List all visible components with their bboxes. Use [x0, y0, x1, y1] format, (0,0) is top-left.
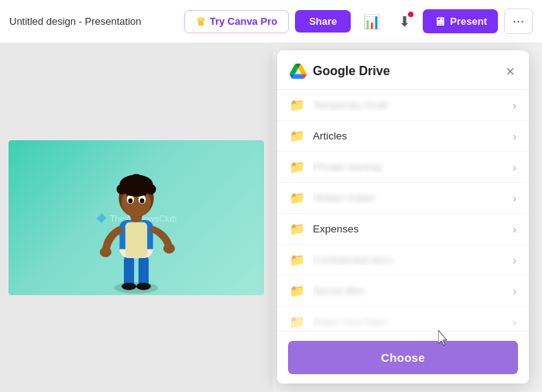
svg-point-0	[115, 282, 159, 294]
svg-point-23	[117, 184, 127, 194]
folder-item[interactable]: 📁 Make Your Own ›	[277, 307, 529, 331]
try-canva-pro-button[interactable]: ♛ Try Canva Pro	[184, 10, 289, 33]
folder-icon: 📁	[290, 129, 305, 143]
character-illustration	[94, 167, 179, 295]
google-drive-icon	[290, 63, 307, 80]
panel-header: Google Drive ×	[277, 50, 529, 90]
folder-name: Temporary Draft	[313, 99, 513, 111]
ellipsis-icon: ···	[513, 13, 524, 29]
more-options-button[interactable]: ···	[504, 9, 533, 34]
svg-point-10	[163, 243, 175, 253]
chevron-right-icon: ›	[513, 223, 516, 236]
document-title: Untitled design - Presentation	[9, 15, 142, 27]
panel-title: Google Drive	[313, 64, 504, 78]
chevron-right-icon: ›	[513, 130, 516, 143]
slide: 🔷 TheWindowsClub	[9, 140, 264, 295]
chevron-right-icon: ›	[513, 161, 516, 174]
folder-item[interactable]: 📁 Expenses ›	[277, 214, 529, 245]
folder-icon: 📁	[290, 98, 305, 112]
folder-item[interactable]: 📁 Hidden folder ›	[277, 183, 529, 214]
folder-icon: 📁	[290, 284, 305, 298]
folder-item[interactable]: 📁 Secret files ›	[277, 276, 529, 307]
analytics-button[interactable]: 📊	[357, 9, 386, 35]
svg-point-16	[129, 198, 133, 204]
panel-footer: Choose	[277, 331, 529, 383]
share-button[interactable]: Share	[295, 10, 351, 33]
monitor-icon: 🖥	[434, 15, 445, 28]
download-icon: ⬇	[399, 14, 410, 29]
folder-item[interactable]: 📁 Articles ›	[277, 121, 529, 152]
folder-icon: 📁	[290, 191, 305, 205]
canvas-area: 🔷 TheWindowsClub	[0, 43, 273, 392]
folder-item[interactable]: 📁 Temporary Draft ›	[277, 90, 529, 121]
folder-name: Articles	[313, 130, 513, 142]
svg-point-3	[122, 283, 136, 290]
folder-name: Private backup	[313, 161, 513, 173]
chevron-right-icon: ›	[513, 254, 516, 266]
folder-icon: 📁	[290, 222, 305, 236]
crown-icon: ♛	[196, 15, 206, 28]
svg-rect-8	[125, 222, 147, 257]
folder-name: Make Your Own	[313, 316, 513, 328]
choose-button[interactable]: Choose	[288, 341, 518, 374]
chevron-right-icon: ›	[513, 99, 516, 112]
folder-icon: 📁	[290, 315, 305, 329]
svg-point-17	[140, 198, 145, 204]
folder-name: Secret files	[313, 285, 513, 297]
folder-item[interactable]: 📁 Confidential docs ›	[277, 245, 529, 276]
close-button[interactable]: ×	[504, 64, 516, 79]
svg-point-24	[146, 184, 156, 194]
google-drive-panel: Google Drive × 📁 Temporary Draft › 📁 Art…	[277, 50, 529, 383]
analytics-icon: 📊	[363, 14, 380, 29]
svg-point-4	[136, 283, 151, 290]
chevron-right-icon: ›	[513, 316, 516, 328]
chevron-right-icon: ›	[513, 192, 516, 205]
download-button[interactable]: ⬇	[393, 9, 417, 35]
folder-name: Expenses	[313, 223, 513, 235]
folder-name: Hidden folder	[313, 192, 513, 204]
toolbar: Untitled design - Presentation ♛ Try Can…	[0, 0, 542, 43]
present-button[interactable]: 🖥 Present	[423, 9, 498, 33]
folder-list[interactable]: 📁 Temporary Draft › 📁 Articles › 📁 Priva…	[277, 90, 529, 331]
chevron-right-icon: ›	[513, 285, 516, 297]
folder-icon: 📁	[290, 160, 305, 174]
app-container: Untitled design - Presentation ♛ Try Can…	[0, 0, 542, 392]
svg-point-9	[100, 247, 111, 257]
folder-name: Confidential docs	[313, 254, 513, 266]
folder-icon: 📁	[290, 253, 305, 267]
folder-item[interactable]: 📁 Private backup ›	[277, 152, 529, 183]
